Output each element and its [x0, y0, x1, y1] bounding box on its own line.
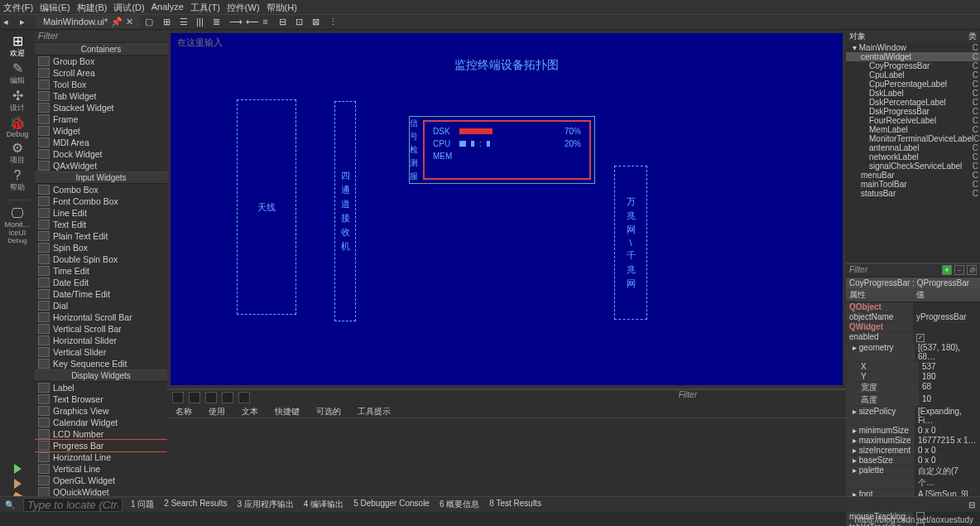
toolbar-icon[interactable]: ≣	[213, 17, 224, 28]
tree-item[interactable]: DskLabelC	[846, 89, 980, 98]
close-icon[interactable]: ✕	[126, 17, 133, 27]
design-canvas[interactable]: 监控终端设备拓扑图 天线 四通道接收机 万兆网\千兆网 信号检测服 DSK70%…	[171, 33, 843, 385]
widget-item[interactable]: Stacked Widget	[35, 102, 167, 113]
antenna-label[interactable]: 天线	[237, 99, 296, 315]
output-tab[interactable]: 2 Search Results	[164, 499, 227, 510]
menu-item[interactable]: 帮助(H)	[267, 2, 297, 12]
col-header[interactable]: 工具提示	[349, 405, 399, 417]
widget-item[interactable]: Vertical Slider	[35, 346, 167, 358]
widget-item[interactable]: Label	[35, 382, 167, 393]
tree-item[interactable]: networkLabelC	[846, 152, 980, 162]
locator-input[interactable]	[23, 498, 122, 512]
toolbar-icon[interactable]: ⊡	[295, 17, 307, 28]
widget-item[interactable]: Scroll Area	[35, 67, 167, 79]
menu-item[interactable]: 工具(T)	[190, 2, 220, 12]
widget-item[interactable]: Date Edit	[35, 277, 167, 288]
tree-item[interactable]: centralWidgetC	[846, 52, 980, 61]
prop-row[interactable]: QObject	[846, 302, 980, 312]
mode-设计[interactable]: ✣设计	[2, 88, 32, 115]
widget-item[interactable]: MDI Area	[35, 137, 167, 148]
widget-item[interactable]: Time Edit	[35, 265, 167, 277]
prop-row[interactable]: ▸ sizePolicy[Expanding, Fi…	[846, 407, 980, 426]
editor-tab[interactable]: MainWindow.ui* 📌 ✕	[36, 16, 140, 28]
prop-filter[interactable]: Filter + − ⚙	[846, 264, 980, 277]
output-tab[interactable]: 4 编译输出	[304, 499, 343, 510]
menu-item[interactable]: 调试(D)	[113, 2, 144, 12]
output-tab[interactable]: 8 Test Results	[489, 499, 541, 510]
action-filter[interactable]: Filter	[679, 390, 697, 399]
widget-item[interactable]: Text Browser	[35, 393, 167, 405]
edit-action-icon[interactable]	[238, 392, 250, 403]
widget-item[interactable]: OpenGL Widget	[35, 475, 167, 486]
col-header[interactable]: 快捷键	[267, 405, 308, 417]
widget-item[interactable]: Frame	[35, 113, 167, 125]
widgetbox-filter[interactable]: Filter	[35, 30, 167, 43]
col-header[interactable]: 文本	[233, 405, 267, 417]
widget-item[interactable]: Font Combo Box	[35, 195, 167, 207]
prop-row[interactable]: ▸ minimumSize0 x 0	[846, 426, 980, 436]
output-tab[interactable]: 3 应用程序输出	[238, 499, 294, 510]
tree-item[interactable]: DskPercentageLabelC	[846, 98, 980, 107]
toolbar-icon[interactable]: ⋮	[329, 17, 340, 28]
debug-run-button[interactable]	[14, 479, 22, 489]
widget-item[interactable]: Calendar Widget	[35, 417, 167, 428]
toolbar-icon[interactable]: |||	[196, 17, 208, 28]
widget-item[interactable]: Graphics View	[35, 405, 167, 417]
widget-item[interactable]: Vertical Line	[35, 463, 167, 475]
fwd-icon[interactable]: ▸	[20, 17, 31, 28]
tree-item[interactable]: antennaLabelC	[846, 143, 980, 152]
widget-item[interactable]: Horizontal Line	[35, 451, 167, 463]
text-input[interactable]	[174, 36, 836, 48]
tree-item[interactable]: DskProgressBarC	[846, 107, 980, 116]
mode-欢迎[interactable]: ⊞欢迎	[2, 33, 32, 60]
tree-item[interactable]: FourReceiveLabelC	[846, 116, 980, 125]
prop-row[interactable]: ▸ baseSize0 x 0	[846, 456, 980, 466]
widget-item[interactable]: Dial	[35, 300, 167, 311]
wb-section[interactable]: Input Widgets	[35, 171, 167, 184]
prop-row[interactable]: ▸ maximumSize16777215 x 1…	[846, 436, 980, 446]
back-icon[interactable]: ◂	[3, 17, 15, 28]
tree-item[interactable]: signalCheckServiceLabelC	[846, 162, 980, 171]
widget-item[interactable]: Date/Time Edit	[35, 288, 167, 300]
menu-item[interactable]: 构建(B)	[77, 2, 108, 12]
network-label[interactable]: 万兆网\千兆网	[614, 166, 647, 320]
widget-item[interactable]: Group Box	[35, 55, 167, 67]
wb-section[interactable]: Display Widgets	[35, 369, 167, 382]
tree-item[interactable]: statusBarC	[846, 189, 980, 198]
tree-item[interactable]: mainToolBarC	[846, 180, 980, 189]
object-tree[interactable]: ▾ MainWindowC centralWidgetC CoyProgress…	[846, 43, 980, 263]
four-channel-label[interactable]: 四通道接收机	[334, 101, 356, 321]
new-action-icon[interactable]	[172, 392, 184, 403]
toolbar-icon[interactable]: ⟵	[246, 17, 257, 28]
toolbar-icon[interactable]: ☰	[180, 17, 191, 28]
tree-item[interactable]: CpuPercentageLabelC	[846, 80, 980, 89]
widget-item[interactable]: QAxWidget	[35, 160, 167, 171]
run-button[interactable]	[14, 464, 22, 474]
wb-section[interactable]: Containers	[35, 43, 167, 55]
tree-item[interactable]: CoyProgressBarC	[846, 61, 980, 70]
remove-prop-icon[interactable]: −	[954, 265, 964, 275]
tree-item[interactable]: ▾ MainWindowC	[846, 43, 980, 52]
widget-item[interactable]: Text Edit	[35, 219, 167, 230]
prop-row[interactable]: ▸ palette自定义的(7 个…	[846, 466, 980, 490]
widget-item[interactable]: Plain Text Edit	[35, 230, 167, 242]
delete-action-icon[interactable]	[222, 392, 233, 403]
widget-item[interactable]: Line Edit	[35, 207, 167, 219]
widget-item[interactable]: Dock Widget	[35, 148, 167, 160]
widget-item[interactable]: Horizontal Scroll Bar	[35, 311, 167, 323]
prop-row[interactable]: 宽度68	[846, 382, 980, 394]
copy-action-icon[interactable]	[189, 392, 200, 403]
tree-item[interactable]: CpuLabelC	[846, 70, 980, 80]
add-prop-icon[interactable]: +	[942, 265, 952, 275]
mode-帮助[interactable]: ?帮助	[2, 167, 32, 195]
prop-row[interactable]: ▸ sizeIncrement0 x 0	[846, 446, 980, 456]
locator-icon[interactable]: 🔍	[5, 500, 15, 509]
config-prop-icon[interactable]: ⚙	[967, 265, 977, 275]
col-header[interactable]: 可选的	[308, 405, 349, 417]
widget-item[interactable]: Spin Box	[35, 242, 167, 253]
toolbar-icon[interactable]: ⊞	[163, 17, 175, 28]
menu-item[interactable]: 文件(F)	[3, 2, 33, 12]
menu-item[interactable]: 控件(W)	[227, 2, 260, 12]
output-tab[interactable]: 1 问题	[131, 499, 154, 510]
widget-item[interactable]: Vertical Scroll Bar	[35, 323, 167, 335]
